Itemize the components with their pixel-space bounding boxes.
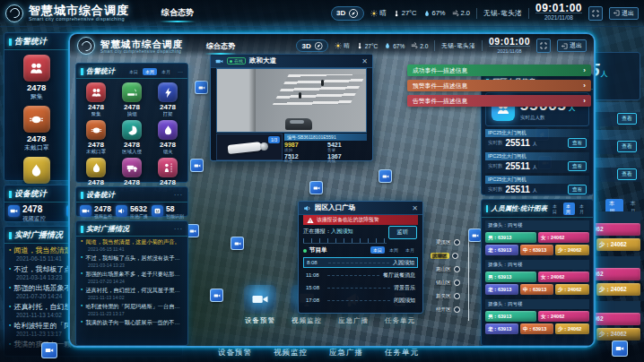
view-button[interactable]: 查看	[568, 185, 587, 194]
map-camera-marker[interactable]	[468, 228, 482, 242]
camera-video-feed[interactable]	[216, 68, 367, 133]
tab-本日[interactable]: 本日	[550, 203, 561, 215]
tab-overview[interactable]: 综合态势	[160, 4, 196, 22]
inner-dashboard-window: 智慧城市综合调度Smart city comprehensive dispatc…	[68, 32, 596, 348]
pill-少: 少：24062	[596, 283, 640, 296]
view-button[interactable]: 查看	[617, 168, 637, 180]
panel-title: 设备统计	[86, 190, 115, 200]
tab-本月[interactable]: 本月	[159, 68, 173, 75]
page-badge[interactable]: 1/3	[268, 136, 280, 143]
schedule-time: 17:08	[306, 297, 324, 303]
view-button[interactable]: 查看	[568, 161, 587, 171]
pill-row: 老：63913中：63913少：24062	[485, 284, 589, 295]
gate-count: 25511	[506, 138, 530, 148]
tab-本日[interactable]: 本日	[370, 246, 385, 254]
map-camera-marker[interactable]	[612, 340, 628, 357]
tab-本月[interactable]: 本月	[403, 246, 417, 254]
alarm-tile-未戴口罩[interactable]: 2478未戴口罩	[80, 120, 112, 155]
gate-card: IPC25北大门闸机实时数25511人查看	[485, 129, 589, 150]
close-icon[interactable]: ✕	[361, 57, 368, 65]
toast-danger[interactable]: 告警事件—描述信息›	[407, 95, 591, 107]
camera-icon	[251, 290, 269, 308]
more-menu[interactable]: ···	[174, 226, 183, 232]
map-camera-marker[interactable]	[190, 159, 204, 172]
fullscreen-button[interactable]	[588, 6, 603, 21]
alarm-tile-抽烟[interactable]: 2478抽烟	[116, 82, 148, 117]
route-stop-dot	[454, 239, 460, 246]
route-stop-惠山区[interactable]: 惠山区	[436, 266, 460, 272]
smoke-icon	[126, 87, 138, 99]
weather-condition: 晴	[370, 9, 387, 18]
view-button[interactable]: 查看	[568, 138, 587, 148]
thermo-icon	[356, 42, 363, 49]
nav-label: 视频监控	[283, 316, 330, 325]
route-stop-新吴区[interactable]: 新吴区	[436, 293, 460, 299]
alarm-tile-区域入侵[interactable]: 2478区域入侵	[116, 120, 148, 155]
map-camera-marker[interactable]	[309, 181, 323, 194]
alarm-tile-聚集[interactable]: 2478聚集	[80, 82, 112, 117]
nav-设备预警[interactable]: 设备预警	[237, 285, 283, 325]
camera-stat-处理: 7512处理	[284, 153, 324, 165]
people-panel: 园区人员信息 ··· 55665人 实时总人数 IPC25北大门闸机实时数255…	[481, 73, 594, 195]
more-menu[interactable]: ···	[178, 69, 183, 74]
gate-row: 实时数25511人查看	[485, 184, 589, 196]
fullscreen-button[interactable]	[536, 39, 551, 53]
online-status-badge: 在线	[227, 57, 246, 65]
tab-本月[interactable]: 本月	[577, 203, 588, 215]
camera-icon	[82, 207, 90, 215]
alarm-tile-打架[interactable]: 2478打架	[152, 82, 184, 117]
weather-condition: 晴	[335, 42, 350, 50]
close-icon[interactable]: ✕	[412, 204, 418, 212]
outer-nav-视频监控[interactable]: 视频监控	[274, 348, 308, 358]
tab-本周[interactable]: 本周	[563, 203, 575, 215]
route-stop-锡山区[interactable]: 锡山区	[436, 280, 460, 286]
route-stop-经开区[interactable]: 经开区	[436, 306, 460, 313]
schedule-row[interactable]: 8:08入园须知	[303, 257, 418, 268]
view-button[interactable]: 查看	[617, 141, 637, 152]
toast-warning[interactable]: 预警事件—描述信息›	[407, 80, 591, 91]
outer-nav-设备预警[interactable]: 设备预警	[218, 348, 252, 358]
gate-count: 25511	[506, 185, 530, 194]
tab-本日[interactable]: 本日	[126, 68, 141, 75]
camera-icon	[213, 292, 221, 299]
broadcast-item: 闻道，我当然清楚，这是小菊的声音。2021-06-15 11:41	[76, 237, 187, 253]
alarm-tile-烟火[interactable]: 2478烟火	[152, 120, 184, 155]
map-camera-marker[interactable]	[41, 342, 57, 358]
pedestrian	[299, 92, 301, 99]
pill-女: 女：24062	[538, 272, 589, 282]
warning-icon	[307, 217, 314, 224]
map-camera-marker[interactable]	[379, 169, 392, 183]
tab-本周[interactable]: 本周	[143, 68, 157, 75]
mode-3d-toggle[interactable]: 3D	[331, 6, 364, 21]
schedule-row[interactable]: 17:08闭园须知	[303, 295, 418, 306]
route-stop-梁溪区[interactable]: 梁溪区	[436, 239, 460, 246]
flame-icon	[86, 158, 106, 177]
device-stat-视频监控: 2478视频监控	[8, 205, 63, 222]
route-stop-滨湖区[interactable]: 滨湖区	[431, 253, 458, 259]
broadcast-item: 哈利波特里的「阿尼玛格斯」一台自己流行的设备，整个…2021-11-23 13:…	[76, 301, 187, 317]
mode-3d-toggle[interactable]: 3D	[296, 39, 328, 53]
program-schedule: 8:08入园须知11:08餐厅就餐消息15:08背景音乐17:08闭园须知	[303, 257, 418, 307]
map-camera-marker[interactable]	[231, 237, 244, 250]
toast-success[interactable]: 成功事件—描述信息›	[407, 65, 591, 76]
alarm-tile-未戴口罩[interactable]: 2478未戴口罩	[17, 106, 57, 152]
map-camera-marker[interactable]	[210, 289, 223, 302]
route-stop-dot	[454, 306, 460, 313]
listen-button[interactable]: 监听	[388, 226, 417, 239]
outer-nav-应急广播[interactable]: 应急广播	[329, 348, 363, 358]
map-camera-marker[interactable]	[195, 81, 208, 94]
outer-nav-任务单元[interactable]: 任务单元	[385, 348, 419, 358]
broadcast-panel: 实时广播情况 ··· 闻道，我当然清楚，这是小菊的声音。2021-06-15 1…	[75, 220, 188, 346]
playback-slider[interactable]	[303, 238, 387, 244]
alarm-tile-聚集[interactable]: 2478聚集	[17, 55, 57, 101]
car	[285, 118, 312, 130]
more-menu[interactable]: ···	[174, 192, 183, 198]
view-button[interactable]: 查看	[617, 113, 637, 125]
exit-button[interactable]: 退出	[609, 7, 639, 20]
tab-overview[interactable]: 综合态势	[205, 38, 237, 55]
exit-button[interactable]: 退出	[557, 39, 587, 52]
thermo-icon	[393, 10, 400, 17]
schedule-row[interactable]: 11:08餐厅就餐消息	[303, 270, 418, 280]
tab-本周[interactable]: 本周	[387, 246, 401, 254]
schedule-row[interactable]: 15:08背景音乐	[303, 282, 418, 293]
